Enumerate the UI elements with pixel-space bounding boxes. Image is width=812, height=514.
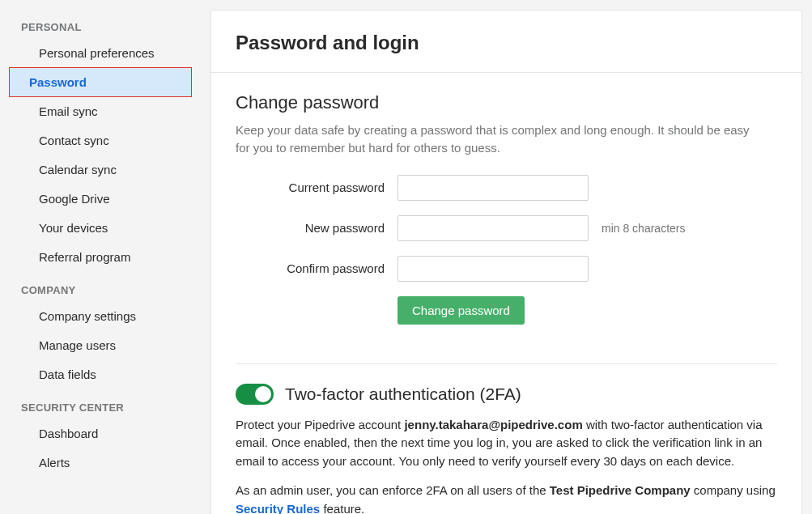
sidebar-item-calendar-sync[interactable]: Calendar sync: [10, 155, 201, 184]
new-password-hint: min 8 characters: [602, 222, 685, 235]
tfa-header: Two-factor authentication (2FA): [236, 384, 777, 405]
change-password-form: Current password New password min 8 char…: [236, 175, 777, 325]
current-password-input[interactable]: [397, 175, 589, 201]
tfa-toggle-knob: [255, 386, 271, 402]
change-password-button[interactable]: Change password: [397, 296, 525, 325]
sidebar-item-dashboard[interactable]: Dashboard: [10, 419, 201, 448]
sidebar-item-referral-program[interactable]: Referral program: [10, 243, 201, 271]
sidebar-section-personal: PERSONAL: [0, 16, 210, 38]
main-panel: Password and login Change password Keep …: [210, 10, 802, 514]
page-title: Password and login: [236, 32, 777, 54]
sidebar-item-google-drive[interactable]: Google Drive: [10, 185, 201, 213]
change-password-title: Change password: [236, 92, 777, 113]
security-rules-link[interactable]: Security Rules: [236, 502, 320, 515]
change-password-description: Keep your data safe by creating a passwo…: [236, 121, 754, 157]
change-password-actions: Change password: [397, 296, 777, 325]
new-password-input[interactable]: [397, 215, 589, 241]
tfa-email: jenny.takahara@pipedrive.com: [404, 418, 582, 431]
sidebar-item-data-fields[interactable]: Data fields: [10, 360, 201, 389]
sidebar-item-password[interactable]: Password: [10, 68, 191, 96]
sidebar-item-personal-preferences[interactable]: Personal preferences: [10, 39, 201, 67]
sidebar-section-security-center: SECURITY CENTER: [0, 397, 210, 418]
sidebar-item-alerts[interactable]: Alerts: [10, 448, 201, 477]
tfa-desc1-pre: Protect your Pipedrive account: [236, 418, 404, 431]
change-password-section: Change password Keep your data safe by c…: [211, 73, 801, 342]
sidebar-item-email-sync[interactable]: Email sync: [10, 97, 201, 125]
new-password-row: New password min 8 characters: [236, 215, 777, 241]
sidebar-section-company: COMPANY: [0, 279, 210, 301]
sidebar-item-your-devices[interactable]: Your devices: [10, 214, 201, 242]
tfa-company: Test Pipedrive Company: [550, 483, 691, 497]
tfa-section: Two-factor authentication (2FA) Protect …: [211, 364, 801, 515]
current-password-label: Current password: [236, 181, 397, 194]
confirm-password-input[interactable]: [397, 256, 589, 282]
page-header: Password and login: [211, 11, 801, 73]
sidebar-item-contact-sync[interactable]: Contact sync: [10, 126, 201, 155]
current-password-row: Current password: [236, 175, 777, 201]
tfa-desc2-pre: As an admin user, you can enforce 2FA on…: [236, 483, 550, 497]
sidebar-item-manage-users[interactable]: Manage users: [10, 331, 201, 359]
tfa-title: Two-factor authentication (2FA): [285, 384, 521, 404]
tfa-desc2-mid: company using: [691, 483, 776, 497]
tfa-description-2: As an admin user, you can enforce 2FA on…: [236, 482, 777, 514]
tfa-description-1: Protect your Pipedrive account jenny.tak…: [236, 416, 777, 471]
confirm-password-row: Confirm password: [236, 256, 777, 282]
tfa-desc2-post: feature.: [320, 502, 364, 515]
sidebar-item-company-settings[interactable]: Company settings: [10, 302, 201, 330]
tfa-toggle[interactable]: [236, 384, 274, 405]
new-password-label: New password: [236, 221, 397, 235]
confirm-password-label: Confirm password: [236, 261, 397, 275]
settings-sidebar: PERSONAL Personal preferences Password E…: [0, 0, 210, 514]
